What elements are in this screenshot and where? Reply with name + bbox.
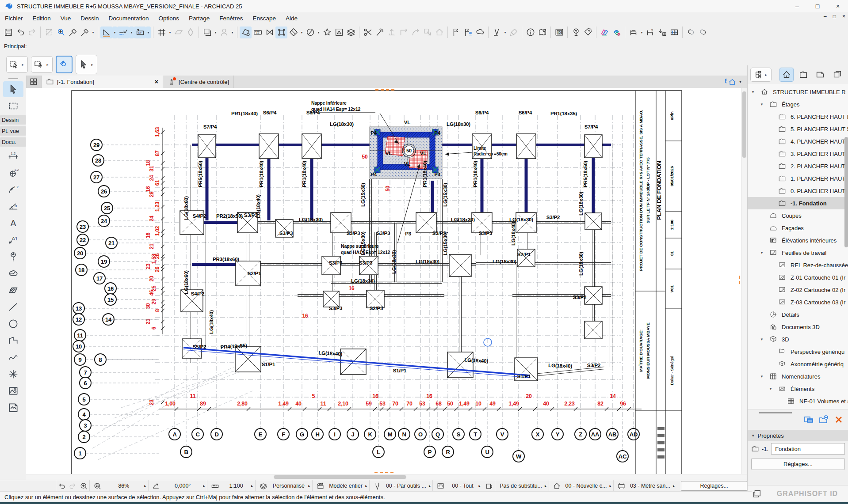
toolbar-info-icon[interactable]: [524, 27, 536, 38]
toolbar-renoB-icon[interactable]: [611, 27, 623, 38]
chevron-down-icon[interactable]: ▾: [759, 102, 764, 106]
toolbar-ruler12-icon[interactable]: 12: [252, 27, 264, 38]
tree-item-coupes[interactable]: Coupes: [748, 209, 848, 222]
tree-item-nomenclatures[interactable]: ▾Nomenclatures: [748, 370, 848, 383]
minimize-button[interactable]: –: [787, 0, 807, 12]
tree-item-4-plancher-haut-4[interactable]: 4. PLANCHER HAUT 4: [748, 135, 848, 148]
tab-fondation[interactable]: [-1. Fondation] ×: [42, 76, 163, 88]
tree-item-z-02-cartouche-02-ir[interactable]: Z-02 Cartouche 02 (Ir: [748, 284, 848, 296]
tool-drawing-icon[interactable]: [3, 400, 23, 416]
dropdown-arrow-icon[interactable]: ▾: [129, 27, 134, 38]
statusbar-rulerscale-control[interactable]: 1:100▸: [207, 480, 255, 492]
tool-marquee-icon[interactable]: [3, 98, 23, 114]
doc-maximize-button[interactable]: □: [833, 13, 836, 19]
dropdown-arrow-icon[interactable]: ▾: [168, 30, 172, 34]
tree-item-feuilles-de-travail[interactable]: ▾Feuilles de travail: [748, 246, 848, 259]
toolbar-gridsnap-icon[interactable]: [156, 27, 168, 38]
toolbar-corner-icon[interactable]: [397, 27, 409, 38]
tree-item-z-03-cartouche-03-ir[interactable]: Z-03 Cartouche 03 (Ir: [748, 296, 848, 308]
dropdown-arrow-icon[interactable]: ▾: [91, 30, 95, 34]
tool-dimrad-icon[interactable]: 1.2: [3, 182, 23, 197]
tree-doc3d-icon[interactable]: [767, 321, 779, 333]
tree-folder-icon[interactable]: [767, 99, 779, 110]
tree-item-0-plancher-haut-f[interactable]: 0. PLANCHER HAUT F: [748, 185, 848, 197]
toolbar-redo-icon[interactable]: [26, 27, 38, 38]
tree-item-1-plancher-haut-1[interactable]: 1. PLANCHER HAUT 1: [748, 172, 848, 185]
segment-dd-icon[interactable]: ▸: [203, 484, 206, 488]
toolbar-tree-icon[interactable]: [570, 27, 582, 38]
tree-folder-icon[interactable]: [776, 123, 788, 135]
tree-item-3-plancher-haut-3[interactable]: 3. PLANCHER HAUT 3: [748, 148, 848, 160]
dropdown-arrow-icon[interactable]: ▾: [316, 30, 321, 34]
tool-figure-icon[interactable]: [3, 383, 23, 399]
menu-edition[interactable]: Edition: [28, 13, 56, 23]
project-map-button[interactable]: ▸: [750, 68, 772, 82]
segment-dd-icon[interactable]: ▸: [251, 484, 253, 488]
tool-fill-icon[interactable]: [3, 282, 23, 298]
tool-spline-icon[interactable]: [3, 349, 23, 365]
close-button[interactable]: ×: [828, 0, 848, 12]
toolbar-linkB-icon[interactable]: [697, 27, 709, 38]
statusbar-layers-icon[interactable]: [257, 480, 269, 492]
toolbar-home-icon[interactable]: [433, 27, 445, 38]
tree-item-axonom-trie-g-n-riq[interactable]: Axonométrie génériq: [748, 358, 848, 370]
marquee-transform-button[interactable]: ▸: [6, 56, 28, 73]
tree-wsheet-icon[interactable]: [776, 259, 788, 271]
doc-close-button[interactable]: ×: [842, 13, 845, 19]
tree-hatchsq-icon[interactable]: [776, 383, 788, 395]
toolbar-renoA-icon[interactable]: [599, 27, 611, 38]
dropdown-arrow-icon[interactable]: ▾: [146, 27, 151, 38]
toolbar-star-icon[interactable]: [321, 27, 333, 38]
tab-layout-book[interactable]: [813, 68, 827, 82]
toolbar-penv-icon[interactable]: [491, 27, 503, 38]
toolbar-alignup-icon[interactable]: [386, 27, 397, 38]
menu-options[interactable]: Options: [153, 13, 184, 23]
toolbar-idbtn-icon[interactable]: ID: [553, 27, 565, 38]
segment-dd-icon[interactable]: ▸: [673, 484, 675, 488]
statusbar-rotangle-control[interactable]: 0,000°▸: [148, 480, 207, 492]
toolbar-diamond-icon[interactable]: [287, 27, 299, 38]
tree-folder-icon[interactable]: [776, 160, 788, 172]
graphisoft-id-label[interactable]: GRAPHISOFT ID: [766, 490, 848, 498]
tool-polyline-icon[interactable]: [3, 333, 23, 349]
copy-window-icon[interactable]: [752, 489, 762, 499]
chevron-down-icon[interactable]: ▾: [759, 250, 764, 255]
statusbar-zoomin-icon[interactable]: [78, 481, 89, 491]
statusbar-penu-control[interactable]: 00 - Par outils ...▸: [369, 480, 433, 492]
statusbar-home-icon[interactable]: [551, 480, 563, 492]
tree-item-ne-01-volumes-et-s[interactable]: NE-01 Volumes et s: [748, 395, 848, 407]
menu-enscape[interactable]: Enscape: [248, 13, 281, 23]
toolbar-arrtable-icon[interactable]: [656, 27, 668, 38]
tree-item-z-01-cartouche-01-ir[interactable]: Z-01 Cartouche 01 (Ir: [748, 271, 848, 284]
chevron-down-icon[interactable]: ▾: [750, 90, 756, 94]
statusbar-markertool-control[interactable]: 00 - Tout▸: [432, 480, 482, 492]
dropdown-arrow-icon[interactable]: ▾: [213, 30, 218, 34]
toolbar-circleslash-icon[interactable]: [304, 27, 316, 38]
toolbar-coord-icon[interactable]: XY: [134, 27, 146, 38]
tab-view-map[interactable]: [796, 68, 810, 82]
statusbar-layers-control[interactable]: Personnalisé▸: [255, 480, 312, 492]
toolbar-flag-icon[interactable]: [450, 27, 462, 38]
toolbar-arc-icon[interactable]: [409, 27, 421, 38]
tree-item-1-fondation[interactable]: -1. Fondation: [748, 197, 848, 209]
chevron-down-icon[interactable]: ▾: [759, 337, 764, 341]
tree-cube-icon[interactable]: [767, 333, 779, 345]
dropdown-arrow-icon[interactable]: ▾: [230, 30, 235, 34]
segment-dd-icon[interactable]: ▸: [429, 484, 431, 488]
dropdown-arrow-icon[interactable]: ▾: [639, 30, 644, 34]
tool-dimang-icon[interactable]: α: [3, 198, 23, 214]
tree-wsheet-icon[interactable]: [776, 272, 788, 284]
tab-centre-de-controle[interactable]: [Centre de contrôle]: [163, 76, 234, 88]
menu-fenêtres[interactable]: Fenêtres: [214, 13, 248, 23]
tab-project-map[interactable]: [779, 68, 794, 82]
tree-folder-icon[interactable]: [776, 197, 788, 209]
statusbar-redo-icon[interactable]: [67, 481, 78, 491]
menu-vue[interactable]: Vue: [56, 13, 76, 23]
toolbar-layers-icon[interactable]: [345, 27, 357, 38]
statusbar-zoomopt-icon[interactable]: [92, 480, 103, 492]
toolbar-inject-icon[interactable]: [79, 27, 91, 38]
toolbar-tag-icon[interactable]: [582, 27, 594, 38]
toolbar-undo-icon[interactable]: [14, 27, 26, 38]
tree-item-l-ments[interactable]: ▾Éléments: [748, 383, 848, 395]
tree-item-fa-ades[interactable]: Façades: [748, 222, 848, 234]
